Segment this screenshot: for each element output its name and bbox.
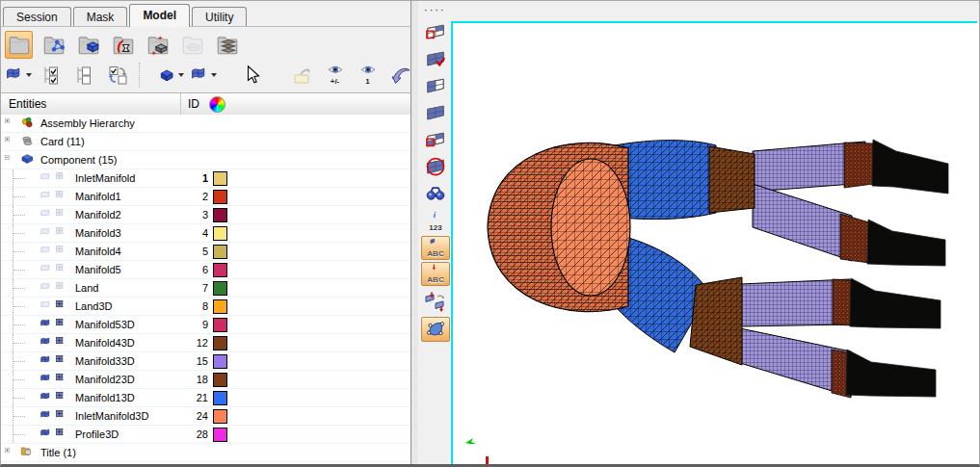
color-swatch[interactable]	[213, 336, 227, 350]
mesh-grid-icon[interactable]	[55, 336, 70, 350]
import-deck-folder-icon[interactable]	[40, 31, 67, 59]
color-swatch[interactable]	[213, 428, 227, 442]
mask-accept-mesh-icon[interactable]	[421, 47, 450, 72]
load-model-folder-icon[interactable]	[74, 31, 102, 59]
dropdown-caret-icon[interactable]	[211, 73, 217, 77]
mesh-grid-icon[interactable]	[55, 208, 70, 221]
geometry-flag-icon[interactable]	[40, 391, 55, 404]
expander-plus-icon[interactable]	[5, 448, 15, 458]
geometry-flag-icon[interactable]	[40, 263, 55, 276]
labels-arrow-abc-button[interactable]: ABC	[421, 262, 450, 286]
tree-item-manifold53d[interactable]: Manifold53D9	[1, 316, 411, 334]
mesh-grid-icon[interactable]	[55, 318, 70, 331]
graphics-viewport[interactable]	[451, 1, 979, 464]
color-swatch[interactable]	[213, 354, 227, 369]
toolbar-grip[interactable]: ····	[424, 5, 451, 18]
geometry-flag-icon[interactable]	[40, 226, 55, 240]
color-swatch[interactable]	[213, 409, 227, 424]
tree-item-manifold1[interactable]: Manifold12	[1, 188, 411, 206]
tree-item-profile3d[interactable]: Profile3D28	[1, 426, 411, 444]
export-deck-folder-icon[interactable]	[144, 31, 172, 59]
color-swatch[interactable]	[213, 226, 227, 241]
collector-flag-dropdown[interactable]	[190, 62, 218, 90]
geometry-flag-icon[interactable]	[40, 318, 55, 331]
tree-item-manifold4[interactable]: Manifold45	[1, 243, 411, 261]
tree-item-assembly-hierarchy[interactable]: Assembly Hierarchy	[1, 115, 411, 133]
mesh-grid-icon[interactable]	[55, 391, 70, 404]
tree-item-land[interactable]: Land7	[1, 279, 411, 298]
tab-model[interactable]: Model	[129, 4, 190, 27]
pointer-select-icon[interactable]	[239, 62, 267, 90]
color-swatch[interactable]	[213, 281, 227, 296]
color-swatch[interactable]	[213, 190, 227, 204]
color-wheel-icon[interactable]	[209, 96, 225, 113]
color-swatch[interactable]	[213, 208, 227, 222]
color-swatch[interactable]	[213, 263, 227, 277]
tree-item-manifold5[interactable]: Manifold56	[1, 261, 411, 279]
mesh-grid-icon[interactable]	[55, 299, 70, 313]
mesh-grid-icon[interactable]	[55, 373, 70, 386]
dropdown-caret-icon[interactable]	[26, 73, 32, 77]
numbers-info-icon[interactable]: i123	[421, 209, 450, 234]
mesh-grid-icon[interactable]	[55, 171, 70, 185]
color-swatch[interactable]	[213, 318, 227, 332]
tree-item-manifold2[interactable]: Manifold23	[1, 206, 411, 224]
tab-session[interactable]: Session	[3, 7, 71, 27]
entities-column-header[interactable]: Entities	[1, 97, 180, 111]
geometry-flag-icon[interactable]	[40, 208, 55, 221]
tree-item-manifold3[interactable]: Manifold34	[1, 224, 411, 243]
check-all-collectors-icon[interactable]	[38, 62, 66, 90]
geometry-flag-icon[interactable]	[40, 336, 55, 350]
find-binoculars-icon[interactable]	[421, 182, 450, 207]
eye-isolate-icon[interactable]: 1	[354, 62, 382, 90]
expander-plus-icon[interactable]	[5, 137, 15, 147]
geometry-flag-icon[interactable]	[40, 354, 55, 368]
color-swatch[interactable]	[213, 391, 227, 405]
color-swatch[interactable]	[213, 245, 227, 259]
labels-abc-button[interactable]: ABC	[421, 236, 450, 260]
dropdown-caret-icon[interactable]	[178, 73, 184, 77]
tree-item-land3d[interactable]: Land3D8	[1, 298, 411, 316]
uncheck-all-collectors-icon[interactable]	[70, 62, 98, 90]
mesh-grid-icon[interactable]	[55, 245, 70, 258]
geometry-flag-icon[interactable]	[40, 409, 55, 423]
entity-cube-dropdown[interactable]	[157, 62, 185, 90]
tree-item-title-1[interactable]: Title (1)	[1, 444, 411, 462]
component-collector-dropdown[interactable]	[5, 62, 33, 90]
geometry-flag-icon[interactable]	[40, 281, 55, 295]
tree-item-card-11[interactable]: Card (11)	[1, 133, 411, 151]
mesh-grid-icon[interactable]	[55, 263, 70, 276]
recent-files-folder-icon[interactable]	[109, 31, 137, 59]
geometry-flag-icon[interactable]	[40, 171, 55, 185]
expander-plus-icon[interactable]	[5, 118, 15, 129]
reverse-check-collectors-icon[interactable]	[103, 62, 131, 90]
mask-region-mesh-icon[interactable]	[421, 128, 450, 153]
tree-item-component-15[interactable]: Component (15)	[1, 151, 411, 169]
tree-item-manifold23d[interactable]: Manifold23D18	[1, 371, 411, 389]
mesh-grid-icon[interactable]	[55, 409, 70, 423]
tree-item-inletmanifold3d[interactable]: InletManifold3D24	[1, 407, 411, 426]
tree-item-manifold13d[interactable]: Manifold13D21	[1, 389, 411, 407]
tree-item-manifold33d[interactable]: Manifold33D15	[1, 352, 411, 371]
geometry-flag-icon[interactable]	[40, 190, 55, 203]
mask-full-mesh-icon[interactable]	[421, 101, 450, 126]
mesh-grid-icon[interactable]	[55, 281, 70, 295]
tab-utility[interactable]: Utility	[192, 7, 247, 27]
mask-none-mesh-icon[interactable]	[421, 155, 450, 180]
organize-folder-icon[interactable]	[213, 31, 241, 59]
eye-show-hide-icon[interactable]: +/-	[321, 62, 349, 90]
mask-select-mesh-icon[interactable]	[421, 20, 450, 45]
color-swatch[interactable]	[213, 171, 227, 186]
color-swatch[interactable]	[213, 299, 227, 314]
expander-minus-icon[interactable]	[5, 155, 15, 166]
geometry-flag-icon[interactable]	[40, 428, 55, 441]
swap-collectors-icon[interactable]	[421, 288, 450, 315]
note-attach-icon[interactable]	[288, 62, 316, 90]
geometry-flag-icon[interactable]	[40, 245, 55, 258]
tree-item-inletmanifold[interactable]: InletManifold1	[1, 169, 411, 188]
tab-mask[interactable]: Mask	[73, 7, 128, 27]
import-geometry-folder-icon[interactable]	[178, 31, 206, 59]
mesh-grid-icon[interactable]	[55, 354, 70, 368]
surface-edit-button[interactable]	[421, 317, 450, 342]
tree-item-manifold43d[interactable]: Manifold43D12	[1, 334, 411, 352]
